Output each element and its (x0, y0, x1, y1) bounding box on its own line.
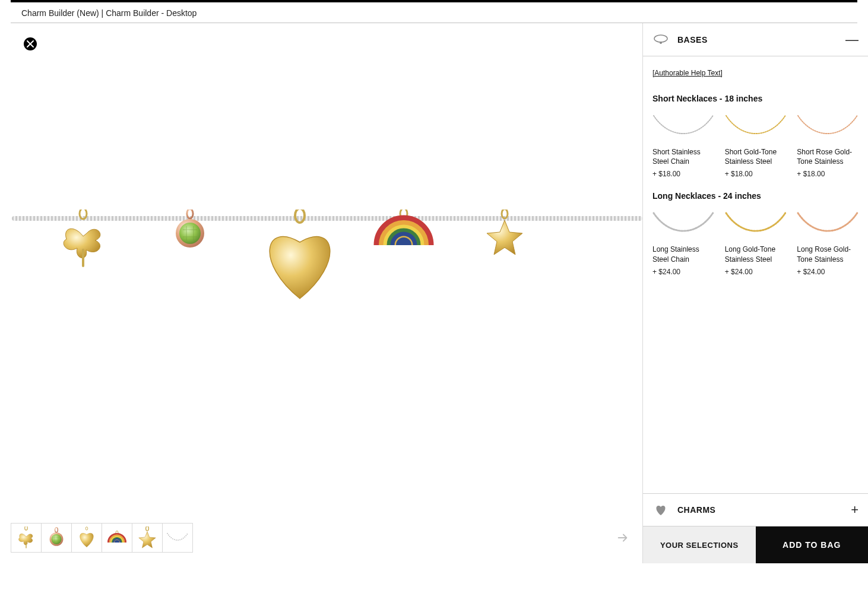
charms-accordion-header[interactable]: CHARMS + (643, 493, 868, 526)
charm-heart[interactable] (249, 210, 350, 304)
top-bar (11, 0, 857, 2)
your-selections-button[interactable]: YOUR SELECTIONS (643, 526, 756, 563)
svg-point-8 (660, 42, 662, 44)
breadcrumb-sep: | (99, 8, 106, 18)
bottom-bar: YOUR SELECTIONS ADD TO BAG (643, 526, 868, 563)
plus-icon: + (851, 502, 859, 518)
breadcrumb: Charm Builder (New) | Charm Builder - De… (11, 6, 857, 23)
minus-icon: — (845, 32, 859, 47)
base-thumbnail (725, 209, 787, 241)
preview-canvas (0, 23, 642, 563)
base-thumbnail (725, 112, 787, 144)
thumbnail-row (11, 523, 632, 553)
base-thumbnail (652, 112, 714, 144)
charm-rainbow[interactable] (368, 210, 439, 251)
svg-point-7 (654, 35, 667, 42)
charms-title: CHARMS (677, 505, 851, 515)
base-name: Short Gold-Tone Stainless Steel (725, 147, 787, 166)
short-bases-grid: Short Stainless Steel Chain + $18.00 Sho… (652, 112, 859, 178)
long-bases-grid: Long Stainless Steel Chain + $24.00 Long… (652, 209, 859, 275)
heart-icon (652, 502, 669, 518)
base-price: + $18.00 (725, 170, 787, 178)
necklace-icon (652, 31, 669, 48)
charm-clover[interactable] (53, 210, 113, 269)
base-price: + $18.00 (797, 170, 859, 178)
base-price: + $24.00 (725, 268, 787, 276)
thumb-heart[interactable] (71, 523, 102, 553)
base-option[interactable]: Long Rose Gold-Tone Stainless + $24.00 (797, 209, 859, 275)
bases-accordion-header[interactable]: BASES — (643, 23, 868, 56)
base-option[interactable]: Long Stainless Steel Chain + $24.00 (652, 209, 714, 275)
thumb-gem[interactable] (41, 523, 72, 553)
thumb-rainbow[interactable] (102, 523, 132, 553)
base-option[interactable]: Long Gold-Tone Stainless Steel + $24.00 (725, 209, 787, 275)
base-option[interactable]: Short Rose Gold-Tone Stainless + $18.00 (797, 112, 859, 178)
base-price: + $24.00 (652, 268, 714, 276)
base-name: Short Stainless Steel Chain (652, 147, 714, 166)
arrow-right-icon (616, 531, 629, 544)
your-selections-label: YOUR SELECTIONS (660, 541, 739, 550)
base-name: Long Gold-Tone Stainless Steel (725, 245, 787, 264)
base-price: + $24.00 (797, 268, 859, 276)
thumbnail-next-button[interactable] (614, 529, 632, 547)
base-price: + $18.00 (652, 170, 714, 178)
side-panel: BASES — [Authorable Help Text] Short Nec… (642, 23, 868, 563)
close-icon (27, 40, 34, 47)
base-name: Long Stainless Steel Chain (652, 245, 714, 264)
breadcrumb-part1: Charm Builder (New) (21, 8, 99, 18)
breadcrumb-part2: Charm Builder - Desktop (106, 8, 197, 18)
charm-gem[interactable] (166, 210, 214, 251)
long-section-title: Long Necklaces - 24 inches (652, 191, 859, 201)
base-name: Short Rose Gold-Tone Stainless (797, 147, 859, 166)
base-name: Long Rose Gold-Tone Stainless (797, 245, 859, 264)
add-to-bag-button[interactable]: ADD TO BAG (756, 526, 869, 563)
short-section-title: Short Necklaces - 18 inches (652, 94, 859, 103)
bases-body: [Authorable Help Text] Short Necklaces -… (643, 56, 868, 493)
charm-star[interactable] (481, 210, 528, 257)
base-option[interactable]: Short Gold-Tone Stainless Steel + $18.00 (725, 112, 787, 178)
base-thumbnail (797, 112, 859, 144)
add-to-bag-label: ADD TO BAG (783, 540, 841, 550)
necklace-preview (12, 207, 642, 332)
bases-title: BASES (677, 35, 845, 45)
base-thumbnail (652, 209, 714, 241)
base-option[interactable]: Short Stainless Steel Chain + $18.00 (652, 112, 714, 178)
help-text-link[interactable]: [Authorable Help Text] (652, 69, 723, 77)
thumb-clover[interactable] (11, 523, 42, 553)
close-button[interactable] (24, 37, 37, 50)
base-thumbnail (797, 209, 859, 241)
thumb-star[interactable] (132, 523, 163, 553)
thumb-chain[interactable] (162, 523, 193, 553)
